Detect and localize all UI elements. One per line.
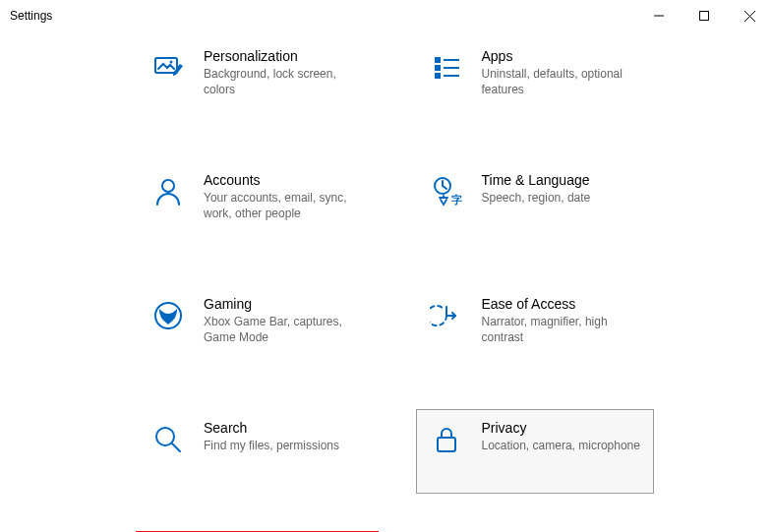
minimize-button[interactable]	[636, 0, 682, 31]
category-text: SearchFind my files, permissions	[204, 420, 364, 453]
maximize-button[interactable]	[682, 0, 727, 31]
category-text: AccountsYour accounts, email, sync, work…	[204, 172, 364, 221]
settings-category-personalization[interactable]: PersonalizationBackground, lock screen, …	[138, 37, 377, 122]
category-description: Find my files, permissions	[204, 438, 364, 453]
category-description: Background, lock screen, colors	[204, 66, 364, 97]
category-text: PersonalizationBackground, lock screen, …	[204, 48, 364, 97]
category-text: PrivacyLocation, camera, microphone	[482, 420, 642, 453]
category-text: GamingXbox Game Bar, captures, Game Mode	[204, 296, 364, 345]
category-title: Apps	[482, 48, 642, 64]
close-button[interactable]	[727, 0, 772, 31]
maximize-icon	[699, 11, 709, 21]
window-title: Settings	[10, 9, 636, 23]
time-language-icon	[429, 174, 464, 209]
category-title: Privacy	[482, 420, 642, 436]
settings-category-privacy[interactable]: PrivacyLocation, camera, microphone	[416, 409, 655, 494]
accounts-icon	[150, 174, 186, 209]
svg-rect-14	[700, 12, 709, 21]
gaming-icon	[150, 298, 186, 333]
settings-category-gaming[interactable]: GamingXbox Game Bar, captures, Game Mode	[138, 285, 377, 370]
category-description: Your accounts, email, sync, work, other …	[204, 190, 364, 221]
close-icon	[744, 11, 755, 22]
category-description: Narrator, magnifier, high contrast	[482, 314, 642, 345]
category-title: Ease of Access	[482, 296, 642, 312]
category-title: Gaming	[204, 296, 364, 312]
category-description: Xbox Game Bar, captures, Game Mode	[204, 314, 364, 345]
personalization-icon	[150, 50, 186, 86]
titlebar: Settings	[0, 0, 772, 31]
category-title: Accounts	[204, 172, 364, 188]
category-description: Location, camera, microphone	[482, 438, 642, 453]
search-icon	[150, 422, 186, 457]
category-title: Time & Language	[482, 172, 642, 188]
minimize-icon	[654, 11, 664, 21]
settings-category-time-language[interactable]: Time & LanguageSpeech, region, date	[416, 161, 655, 246]
category-description: Speech, region, date	[482, 190, 642, 206]
privacy-icon	[429, 422, 464, 457]
settings-content: PersonalizationBackground, lock screen, …	[0, 31, 772, 532]
category-text: Ease of AccessNarrator, magnifier, high …	[482, 296, 642, 345]
settings-category-apps[interactable]: AppsUninstall, defaults, optional featur…	[416, 37, 655, 122]
apps-icon	[429, 50, 464, 86]
category-description: Uninstall, defaults, optional features	[482, 66, 642, 97]
category-text: AppsUninstall, defaults, optional featur…	[482, 48, 642, 97]
window-controls	[636, 0, 772, 31]
settings-grid: PersonalizationBackground, lock screen, …	[138, 37, 654, 532]
settings-category-accounts[interactable]: AccountsYour accounts, email, sync, work…	[138, 161, 377, 246]
ease-of-access-icon	[429, 298, 464, 333]
category-title: Search	[204, 420, 364, 436]
category-title: Personalization	[204, 48, 364, 64]
category-text: Time & LanguageSpeech, region, date	[482, 172, 642, 206]
settings-category-search[interactable]: SearchFind my files, permissions	[138, 409, 377, 494]
settings-category-ease-of-access[interactable]: Ease of AccessNarrator, magnifier, high …	[416, 285, 655, 370]
